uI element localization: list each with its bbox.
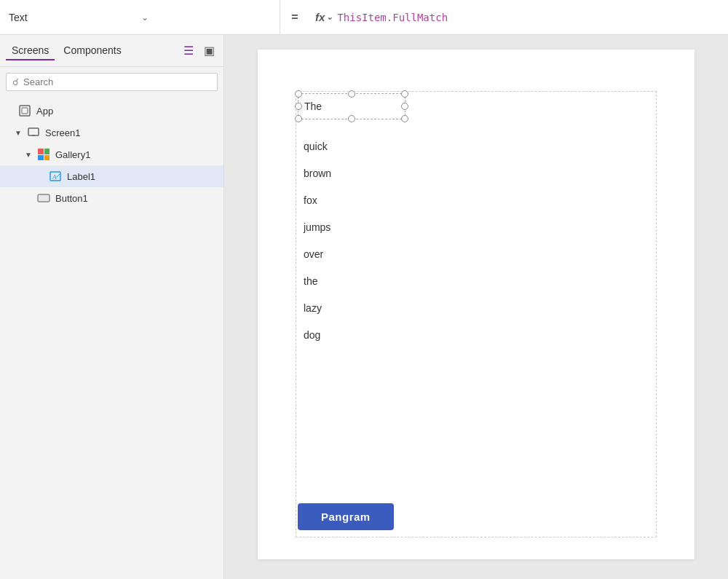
formula-text: ThisItem.FullMatch [337, 12, 448, 23]
label-icon: A [48, 169, 63, 184]
pangram-button[interactable]: Pangram [298, 503, 394, 530]
gallery-items-list: quick brown fox jumps over the l [298, 133, 654, 349]
tree-label-label1: Label1 [67, 171, 95, 182]
main-content: Screens Components ☰ ▣ ☌ [0, 35, 728, 579]
tree-area: App ▼ Screen1 ▼ [0, 97, 223, 579]
selected-label-container[interactable]: The [298, 93, 407, 119]
property-label: Text [9, 12, 138, 23]
tree-label-button1: Button1 [55, 193, 88, 204]
search-icon: ☌ [12, 76, 19, 87]
list-view-icon[interactable]: ☰ [181, 42, 197, 59]
expand-icon-gallery1: ▼ [25, 151, 36, 159]
handle-top-middle[interactable] [348, 90, 355, 98]
tree-item-screen1[interactable]: ▼ Screen1 [0, 122, 223, 143]
app-icon [17, 103, 32, 118]
sidebar-tab-icons: ☰ ▣ [181, 42, 218, 59]
list-item: fox [298, 187, 654, 214]
handle-top-left[interactable] [295, 90, 302, 98]
search-input[interactable] [23, 76, 211, 87]
svg-rect-2 [28, 128, 39, 135]
sidebar: Screens Components ☰ ▣ ☌ [0, 35, 224, 579]
tree-label-screen1: Screen1 [45, 127, 80, 138]
button-icon [36, 191, 51, 205]
tree-item-app[interactable]: App [0, 100, 223, 122]
search-box[interactable]: ☌ [6, 73, 218, 91]
property-dropdown[interactable]: Text ⌄ [0, 0, 280, 34]
fx-icon: fx ⌄ [315, 11, 333, 23]
svg-line-6 [57, 174, 60, 177]
list-item: the [298, 268, 654, 295]
svg-text:A: A [52, 173, 57, 181]
list-item: quick [298, 133, 654, 160]
handle-middle-left[interactable] [295, 103, 302, 110]
handle-bottom-middle[interactable] [348, 115, 355, 122]
list-item: over [298, 241, 654, 268]
expand-icon-screen1: ▼ [15, 129, 26, 137]
tab-screens[interactable]: Screens [6, 42, 55, 60]
tree-item-gallery1[interactable]: ▼ Gallery1 [0, 143, 223, 165]
list-item: lazy [298, 295, 654, 322]
tree-label-gallery1: Gallery1 [55, 149, 90, 160]
fx-chevron-icon: ⌄ [326, 12, 333, 22]
canvas-frame: The quick brown fox jumps over [258, 50, 695, 559]
gallery-icon [36, 147, 51, 162]
formula-bar[interactable]: fx ⌄ ThisItem.FullMatch [309, 0, 728, 34]
tree-label-app: App [36, 106, 53, 117]
canvas-area: The quick brown fox jumps over [224, 35, 728, 579]
svg-rect-7 [38, 194, 50, 202]
selected-label-text: The [304, 101, 322, 112]
list-item: jumps [298, 214, 654, 241]
list-item: brown [298, 160, 654, 187]
label-selection-box: The [298, 93, 405, 119]
svg-rect-0 [20, 106, 30, 116]
handle-bottom-right[interactable] [401, 115, 408, 122]
handle-bottom-left[interactable] [295, 115, 302, 122]
handle-top-right[interactable] [401, 90, 408, 98]
tree-item-label1[interactable]: A Label1 [0, 165, 223, 187]
handle-middle-right[interactable] [401, 103, 408, 110]
list-item: dog [298, 322, 654, 349]
grid-view-icon[interactable]: ▣ [201, 42, 218, 59]
top-bar: Text ⌄ = fx ⌄ ThisItem.FullMatch [0, 0, 728, 35]
screen-icon [26, 125, 41, 140]
svg-rect-1 [22, 108, 28, 114]
tree-item-button1[interactable]: Button1 [0, 187, 223, 209]
equals-sign: = [280, 11, 309, 24]
chevron-down-icon: ⌄ [141, 12, 271, 23]
sidebar-tabs: Screens Components ☰ ▣ [0, 35, 223, 67]
tab-components[interactable]: Components [58, 42, 127, 60]
